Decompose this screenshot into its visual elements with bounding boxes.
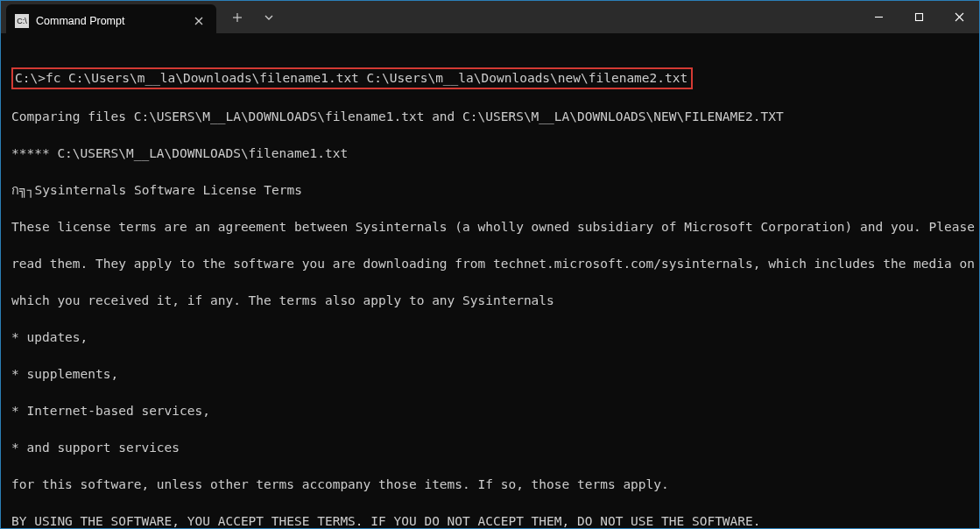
output-line: * updates, [11,328,969,347]
minimize-button[interactable] [858,1,899,33]
output-line: * supplements, [11,365,969,384]
output-line: * and support services [11,439,969,457]
output-line: Comparing files C:\USERS\M__LA\DOWNLOADS… [11,108,969,126]
output-line: read them. They apply to the software yo… [11,255,969,273]
command-line: C:\>fc C:\Users\m__la\Downloads\filename… [11,67,969,89]
output-line: ***** C:\USERS\M__LA\DOWNLOADS\filename1… [11,145,969,163]
maximize-icon [914,12,924,22]
tab-dropdown-button[interactable] [260,9,278,26]
close-tab-button[interactable] [192,14,206,28]
tab-actions [216,1,290,33]
maximize-button[interactable] [899,1,939,33]
output-line: for this software, unless other terms ac… [11,476,969,494]
plus-icon [232,12,243,23]
cmd-icon: C:\ [15,14,29,28]
svg-rect-5 [915,14,922,21]
close-icon [955,12,964,22]
output-line: These license terms are an agreement bet… [11,218,969,236]
output-line: BY USING THE SOFTWARE, YOU ACCEPT THESE … [11,512,969,529]
titlebar-drag-area[interactable] [290,1,858,33]
new-tab-button[interactable] [229,9,246,26]
tab-command-prompt[interactable]: C:\ Command Prompt [6,4,216,37]
chevron-down-icon [264,12,274,23]
output-line: * Internet-based services, [11,402,969,420]
terminal-output[interactable]: C:\>fc C:\Users\m__la\Downloads\filename… [1,33,979,529]
close-window-button[interactable] [939,1,979,33]
tab-title: Command Prompt [36,15,185,27]
titlebar: C:\ Command Prompt [1,0,979,33]
window-controls [858,1,979,33]
minimize-icon [874,12,884,22]
output-line: which you received it, if any. The terms… [11,292,969,310]
prompt: C:\> [15,71,46,85]
close-icon [194,17,203,25]
output-line: ก╗┐Sysinternals Software License Terms [11,181,969,200]
typed-command: fc C:\Users\m__la\Downloads\filename1.tx… [46,71,687,85]
